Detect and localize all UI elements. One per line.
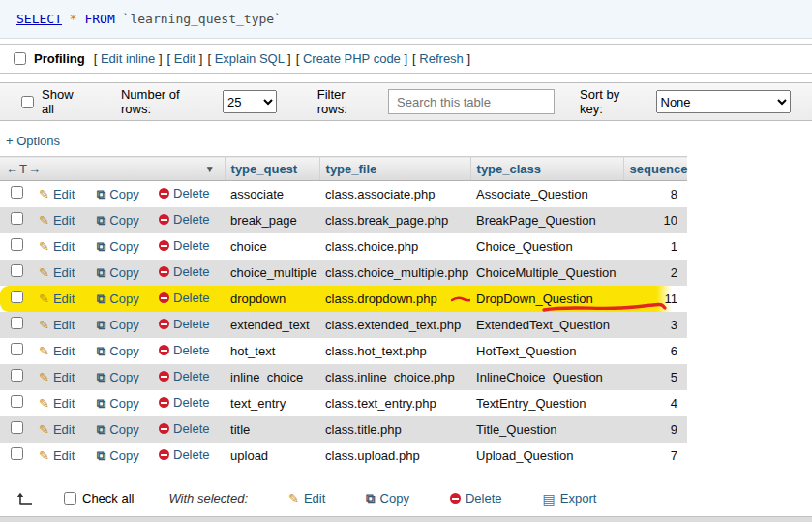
row-edit-link[interactable]: ✎Edit xyxy=(39,265,75,280)
edit-pencil-icon: ✎ xyxy=(288,492,299,505)
table-header-row: ←T→ ▼ type_quest type_file type_class se… xyxy=(0,157,687,181)
copy-icon: ⧉ xyxy=(97,345,105,357)
options-toggle-link[interactable]: + Options xyxy=(6,134,60,148)
cell-type-file: class.title.php xyxy=(319,416,470,443)
row-delete-link[interactable]: Delete xyxy=(159,264,210,279)
row-copy-link[interactable]: ⧉Copy xyxy=(97,370,139,384)
delete-label: Delete xyxy=(173,421,210,436)
row-copy-link[interactable]: ⧉Copy xyxy=(97,318,139,332)
row-edit-link[interactable]: ✎Edit xyxy=(39,370,75,384)
row-delete-link[interactable]: Delete xyxy=(159,186,210,200)
row-delete-link[interactable]: Delete xyxy=(159,395,210,410)
row-delete-link[interactable]: Delete xyxy=(159,238,210,253)
row-delete-link[interactable]: Delete xyxy=(159,343,210,357)
refresh-link[interactable]: Refresh xyxy=(419,51,464,66)
cell-type-quest: hot_text xyxy=(225,338,319,364)
row-copy-link[interactable]: ⧉Copy xyxy=(97,239,139,254)
copy-icon: ⧉ xyxy=(97,188,105,200)
number-of-rows-select[interactable]: 25 xyxy=(223,90,277,113)
edit-label: Edit xyxy=(53,318,75,332)
copy-label: Copy xyxy=(109,422,138,437)
row-delete-cell: Delete xyxy=(153,207,225,233)
selected-copy-button[interactable]: ⧉Copy xyxy=(366,491,409,506)
row-edit-link[interactable]: ✎Edit xyxy=(39,213,75,228)
table-row: ✎Edit ⧉Copy Delete hot_text class.hot_te… xyxy=(0,338,687,364)
row-edit-link[interactable]: ✎Edit xyxy=(39,187,75,201)
edit-inline-link[interactable]: Edit inline xyxy=(101,51,155,66)
row-checkbox[interactable] xyxy=(11,421,23,434)
sort-descending-icon[interactable]: ▼ xyxy=(205,164,215,174)
copy-icon: ⧉ xyxy=(97,214,105,227)
number-of-rows-label: Number of rows: xyxy=(121,87,213,116)
selected-delete-button[interactable]: Delete xyxy=(450,491,502,506)
row-delete-link[interactable]: Delete xyxy=(159,291,210,305)
row-delete-link[interactable]: Delete xyxy=(159,421,210,436)
row-copy-link[interactable]: ⧉Copy xyxy=(97,344,139,358)
row-edit-cell: ✎Edit xyxy=(33,260,91,286)
column-header-sequence[interactable]: sequence xyxy=(623,157,687,181)
column-header-type-quest[interactable]: type_quest xyxy=(225,157,319,181)
row-checkbox[interactable] xyxy=(11,212,23,225)
table-row: ✎Edit ⧉Copy Delete associate class.assoc… xyxy=(0,181,687,207)
selected-delete-label: Delete xyxy=(466,491,502,506)
selected-export-button[interactable]: ▤Export xyxy=(543,491,597,506)
row-copy-link[interactable]: ⧉Copy xyxy=(97,448,139,463)
edit-label: Edit xyxy=(53,292,75,306)
row-copy-link[interactable]: ⧉Copy xyxy=(97,187,139,201)
delete-label: Delete xyxy=(173,238,210,253)
selected-edit-button[interactable]: ✎Edit xyxy=(288,491,325,506)
cell-type-quest: break_page xyxy=(225,207,319,233)
column-header-type-file[interactable]: type_file xyxy=(319,157,470,181)
row-delete-link[interactable]: Delete xyxy=(159,317,210,331)
sql-keyword-select-link[interactable]: SELECT xyxy=(16,12,62,26)
row-checkbox[interactable] xyxy=(11,447,23,460)
row-edit-link[interactable]: ✎Edit xyxy=(39,292,75,306)
row-copy-link[interactable]: ⧉Copy xyxy=(97,265,139,280)
row-delete-link[interactable]: Delete xyxy=(159,212,210,227)
check-all-checkbox[interactable] xyxy=(64,492,76,505)
copy-label: Copy xyxy=(109,292,138,306)
row-copy-link[interactable]: ⧉Copy xyxy=(97,292,139,306)
row-delete-link[interactable]: Delete xyxy=(159,447,210,462)
column-header-type-class[interactable]: type_class xyxy=(470,157,623,181)
row-edit-link[interactable]: ✎Edit xyxy=(39,239,75,254)
row-checkbox[interactable] xyxy=(11,343,23,355)
row-checkbox[interactable] xyxy=(11,369,23,382)
column-nav-arrows[interactable]: ←T→ xyxy=(6,162,42,176)
row-copy-link[interactable]: ⧉Copy xyxy=(97,396,139,411)
row-checkbox[interactable] xyxy=(11,291,23,303)
table-row: ✎Edit ⧉Copy Delete upload class.upload.p… xyxy=(0,443,687,469)
row-edit-link[interactable]: ✎Edit xyxy=(39,396,75,411)
row-edit-link[interactable]: ✎Edit xyxy=(39,318,75,332)
row-delete-cell: Delete xyxy=(153,260,225,286)
row-edit-link[interactable]: ✎Edit xyxy=(39,448,75,463)
edit-query-link[interactable]: Edit xyxy=(174,51,195,66)
edit-label: Edit xyxy=(53,213,75,228)
selected-copy-label: Copy xyxy=(380,491,409,506)
row-checkbox[interactable] xyxy=(11,186,23,199)
row-edit-link[interactable]: ✎Edit xyxy=(39,344,75,358)
row-checkbox[interactable] xyxy=(11,264,23,277)
cell-type-class: TextEntry_Question xyxy=(470,390,623,416)
delete-icon xyxy=(159,423,169,434)
row-copy-link[interactable]: ⧉Copy xyxy=(97,422,139,437)
row-delete-cell: Delete xyxy=(153,364,225,390)
create-php-code-link[interactable]: Create PHP code xyxy=(303,51,401,66)
explain-sql-link[interactable]: Explain SQL xyxy=(215,51,285,66)
results-controls-bar: Show all Number of rows: 25 Filter rows:… xyxy=(0,82,812,121)
delete-label: Delete xyxy=(173,447,210,462)
cell-type-class: ChoiceMultiple_Question xyxy=(470,260,623,286)
row-copy-link[interactable]: ⧉Copy xyxy=(97,213,139,228)
copy-label: Copy xyxy=(109,396,138,411)
row-checkbox[interactable] xyxy=(11,238,23,251)
row-checkbox[interactable] xyxy=(11,395,23,408)
cell-type-class: Upload_Question xyxy=(470,443,623,469)
filter-search-input[interactable] xyxy=(388,89,555,114)
check-all-label[interactable]: Check all xyxy=(82,491,134,506)
row-delete-link[interactable]: Delete xyxy=(159,369,210,384)
sort-by-key-select[interactable]: None xyxy=(656,90,792,113)
show-all-checkbox[interactable] xyxy=(21,96,34,108)
row-checkbox[interactable] xyxy=(11,317,23,329)
profiling-checkbox[interactable] xyxy=(14,52,26,65)
row-edit-link[interactable]: ✎Edit xyxy=(39,422,75,437)
